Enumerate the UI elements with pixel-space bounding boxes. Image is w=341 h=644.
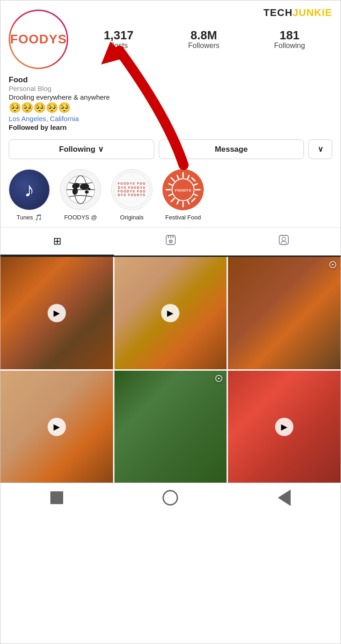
bio-section: Food Personal Blog Drooling everywhere &… (0, 69, 341, 131)
svg-point-33 (170, 241, 171, 242)
following-count: 181 (280, 29, 299, 42)
phone-container: TECHJUNKIE FOODYS 1,317 Posts 8.8M Follo… (0, 0, 341, 644)
grid-cell-4[interactable]: ▶ (0, 371, 113, 483)
grid-cell-3[interactable] (228, 257, 341, 369)
bio-followed: Followed by learn (9, 123, 332, 131)
highlights-row: ♪ Tunes 🎵 FO (0, 159, 341, 227)
reel-icon-5 (215, 374, 223, 385)
posts-label: Posts (109, 42, 128, 50)
posts-count: 1,317 (104, 29, 134, 42)
stat-posts[interactable]: 1,317 Posts (104, 29, 134, 50)
reel-icon-3 (329, 261, 337, 271)
svg-rect-29 (168, 235, 169, 238)
highlight-festival[interactable]: FOODYS Festival Food (162, 169, 204, 221)
grid-icon: ⊞ (53, 235, 61, 247)
play-icon-4: ▶ (48, 418, 66, 436)
highlight-originals-label: Originals (120, 214, 143, 221)
stat-following[interactable]: 181 Following (274, 29, 305, 50)
highlight-tunes-circle: ♪ (9, 169, 50, 210)
bio-description: Drooling everywhere & anywhere (9, 93, 332, 101)
grid-cell-1[interactable]: ▶ (0, 257, 113, 369)
highlight-tunes-label: Tunes 🎵 (16, 214, 42, 221)
music-note-icon: ♪ (24, 178, 34, 201)
tab-reels[interactable] (114, 228, 227, 255)
watermark-junkie: JUNKIE (292, 7, 332, 18)
watermark-tech: TECH (263, 7, 292, 18)
play-icon-2: ▶ (161, 304, 179, 322)
dropdown-button[interactable]: ∨ (309, 139, 332, 159)
bio-emojis: 🥺🥺🥺🥺🥺 (9, 102, 332, 114)
highlight-originals[interactable]: FOODYS FOODYS FOODYS FOODYS FOODYS FOODY… (111, 169, 152, 221)
followed-by-user[interactable]: learn (50, 123, 67, 131)
svg-rect-30 (170, 235, 171, 238)
highlight-foodys-circle (60, 169, 101, 210)
highlight-tunes[interactable]: ♪ Tunes 🎵 (9, 169, 50, 221)
svg-point-7 (85, 191, 89, 194)
svg-text:FOODYS: FOODYS (175, 188, 191, 192)
message-label: Message (215, 145, 248, 154)
svg-rect-31 (173, 235, 173, 238)
nav-back-button[interactable] (278, 490, 291, 506)
home-icon (162, 490, 178, 506)
reels-icon (165, 234, 176, 248)
highlight-originals-circle: FOODYS FOODYS FOODYS FOODYS FOODYS FOODY… (111, 169, 152, 210)
avatar-inner: FOODYS (10, 11, 67, 68)
play-icon-1: ▶ (48, 304, 66, 322)
tab-grid[interactable]: ⊞ (0, 228, 114, 255)
tabs-container: ⊞ (0, 227, 341, 257)
followers-label: Followers (188, 42, 219, 50)
stop-icon (50, 491, 63, 504)
tagged-icon (278, 234, 289, 248)
following-label: Following (274, 42, 305, 50)
grid-cell-2[interactable]: ▶ (114, 257, 227, 369)
followers-count: 8.8M (190, 29, 217, 42)
highlight-festival-circle: FOODYS (162, 169, 204, 210)
watermark: TECHJUNKIE (263, 7, 332, 19)
avatar-text: FOODYS (10, 32, 67, 47)
grid-cell-6[interactable]: ▶ (228, 371, 341, 483)
bio-category: Personal Blog (9, 85, 332, 92)
festival-sun-icon: FOODYS (162, 169, 204, 210)
avatar-wrap[interactable]: FOODYS (9, 10, 68, 69)
highlight-foodys[interactable]: FOODYS @ (60, 169, 101, 221)
play-icon-6: ▶ (275, 418, 293, 436)
back-icon (278, 490, 291, 506)
tabs-row: ⊞ (0, 228, 341, 257)
svg-point-35 (282, 237, 286, 241)
stats-row: 1,317 Posts 8.8M Followers 181 Following (76, 29, 332, 50)
following-button[interactable]: Following ∨ (9, 139, 154, 159)
originals-text-ring: FOODYS FOODYS FOODYS FOODYS FOODYS FOODY… (114, 171, 150, 208)
dropdown-chevron: ∨ (318, 144, 323, 154)
photo-grid: ▶ ▶ ▶ ▶ (0, 257, 341, 483)
bio-location[interactable]: Los Angeles, California (9, 115, 332, 122)
message-button[interactable]: Message (159, 139, 304, 159)
nav-home-button[interactable] (162, 490, 178, 506)
stat-followers[interactable]: 8.8M Followers (188, 29, 219, 50)
tab-tagged[interactable] (227, 228, 341, 255)
bottom-nav (0, 483, 341, 512)
grid-cell-5[interactable] (114, 371, 227, 483)
svg-rect-34 (279, 235, 288, 245)
following-label: Following (59, 145, 95, 154)
globe-icon (65, 174, 96, 205)
followed-by-text: Followed by (9, 123, 50, 131)
highlight-festival-label: Festival Food (165, 214, 201, 221)
nav-stop-button[interactable] (50, 491, 63, 504)
highlight-foodys-label: FOODYS @ (64, 214, 97, 221)
action-buttons: Following ∨ Message ∨ (0, 131, 341, 159)
bio-name: Food (9, 75, 332, 85)
following-chevron: ∨ (98, 144, 103, 154)
